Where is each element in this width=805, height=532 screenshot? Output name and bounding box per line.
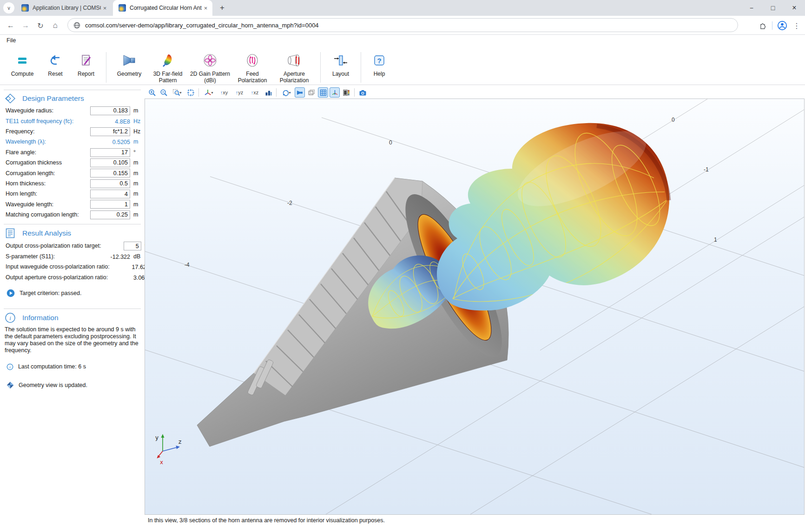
browser-toolbar: ← → ↻ ⌂ comsol.com/server-demo/app/libra… [0,16,805,35]
close-tab-icon[interactable]: × [101,4,109,12]
reset-button[interactable]: Reset [40,49,71,78]
geometry-button[interactable]: Geometry [111,49,147,78]
parameter-row: Horn thickness: m [0,178,145,189]
parameter-label: Flare angle: [6,149,90,156]
close-window-button[interactable]: × [784,0,805,16]
parameter-unit: ° [133,149,145,156]
help-button[interactable]: ? Help [366,49,393,78]
view-xy-button[interactable]: ↑xy [217,87,231,98]
axis-tick-label: -2 [287,200,292,206]
play-status-icon [7,289,15,297]
address-bar[interactable]: comsol.com/server-demo/app/library_corru… [67,18,738,32]
parameter-input[interactable] [90,169,130,177]
minimize-button[interactable]: – [741,0,762,16]
report-icon [78,51,94,70]
far-field-pattern-button[interactable]: 3D Far-field Pattern [147,49,188,84]
parameter-input[interactable] [90,179,130,188]
gain-pattern-button[interactable]: 2D Gain Pattern (dBi) [188,49,232,84]
parameter-input[interactable] [90,148,130,157]
parameter-unit: m [133,138,145,145]
parameter-input[interactable] [90,127,130,136]
parameter-input[interactable] [90,190,130,198]
parameter-input[interactable] [90,200,130,209]
browser-window: ∨ Application Library | COMSOL S × Corru… [0,0,805,532]
gain-pattern-icon [202,51,218,70]
browser-menu-icon[interactable]: ⋮ [792,20,801,32]
profile-icon[interactable] [777,20,787,31]
transparency-toggle[interactable] [306,87,317,98]
zoom-box-icon[interactable]: ▾ [170,87,184,98]
axis-tick-label: 0 [389,139,392,146]
show-axes-toggle[interactable] [330,87,340,98]
ribbon-separator [361,52,361,83]
tab-strip: ∨ Application Library | COMSOL S × Corru… [0,0,805,16]
svg-text:x: x [160,459,163,466]
graphics-canvas[interactable]: y z x [145,99,804,514]
section-title: Result Analysis [22,229,71,237]
zoom-extents-icon[interactable] [185,87,196,98]
globe-icon [73,22,80,29]
view-yz-button[interactable]: ↑yz [232,87,246,98]
result-row: Output cross-polarization ratio target: … [0,241,145,251]
parameter-input[interactable] [90,158,130,167]
aperture-polarization-button[interactable]: Aperture Polarization [273,49,316,84]
back-button[interactable]: ← [5,20,17,32]
url-text: comsol.com/server-demo/app/library_corru… [85,22,319,29]
new-tab-button[interactable]: + [217,2,228,13]
last-computation-text: Last computation time: 6 s [18,363,86,370]
view-orientation-icon[interactable]: ▾ [202,87,216,98]
axis-tick-label: -4 [185,262,190,268]
extensions-icon[interactable] [759,21,767,30]
graphics-toolbar: ▾ ▾ ↑xy ↑yz ↑xz ▾ [147,87,368,98]
toolbar-separator [276,88,277,97]
feed-polarization-icon [244,51,260,70]
tab-corrugated-horn[interactable]: Corrugated Circular Horn Anten × [113,0,212,16]
close-tab-icon[interactable]: × [202,4,210,12]
cube-icon [308,89,316,97]
zoom-out-icon[interactable] [158,87,169,98]
result-label: S-parameter (S11): [6,253,90,260]
divider [772,21,772,30]
app-ribbon: Compute Reset [0,46,805,85]
geometry-status-icon [7,381,14,389]
view-caption: In this view, 3/8 sections of the horn a… [148,517,385,524]
geometry-horn-icon [121,51,138,70]
target-criterion-row: Target criterion: passed. [7,289,145,297]
maximize-button[interactable]: □ [762,0,784,16]
color-legend-toggle[interactable] [341,87,351,98]
layout-icon [333,51,349,70]
parameter-row: Wavelength (λ): 0.5205 m [0,137,145,147]
rotate-view-icon[interactable]: ▾ [279,87,293,98]
feed-polarization-button[interactable]: Feed Polarization [232,49,273,84]
parameter-unit: m [133,201,145,208]
section-divider [4,309,141,309]
forward-button[interactable]: → [20,20,32,32]
toolbar-separator [198,88,199,97]
show-grid-toggle[interactable] [318,87,328,98]
parameter-label: Corrugation thickness [6,159,90,166]
home-button[interactable]: ⌂ [49,20,61,32]
result-unit: dB [133,253,145,260]
view-projection-icon[interactable] [263,87,273,98]
zoom-in-icon[interactable] [147,87,157,98]
axes-icon [331,89,339,97]
parameter-row: Waveguide length: m [0,199,145,210]
parameter-row: Flare angle: ° [0,147,145,158]
compute-button[interactable]: Compute [5,49,40,78]
tab-application-library[interactable]: Application Library | COMSOL S × [16,0,112,16]
parameter-label: Horn thickness: [6,180,90,187]
snapshot-camera-icon[interactable] [357,87,368,98]
parameter-unit: m [133,211,145,218]
report-button[interactable]: Report [71,49,101,78]
file-menu[interactable]: File [7,37,16,44]
parameter-input[interactable] [90,210,130,219]
reload-button[interactable]: ↻ [34,20,46,32]
result-input[interactable] [124,242,141,250]
layout-button[interactable]: Layout [325,49,356,78]
show-geometry-toggle[interactable] [295,87,305,98]
parameter-input[interactable] [90,106,130,115]
toolbar-separator [354,88,355,97]
section-title: Design Parameters [22,94,84,103]
view-xz-button[interactable]: ↑xz [248,87,262,98]
tab-search-chevron-icon[interactable]: ∨ [3,2,14,13]
